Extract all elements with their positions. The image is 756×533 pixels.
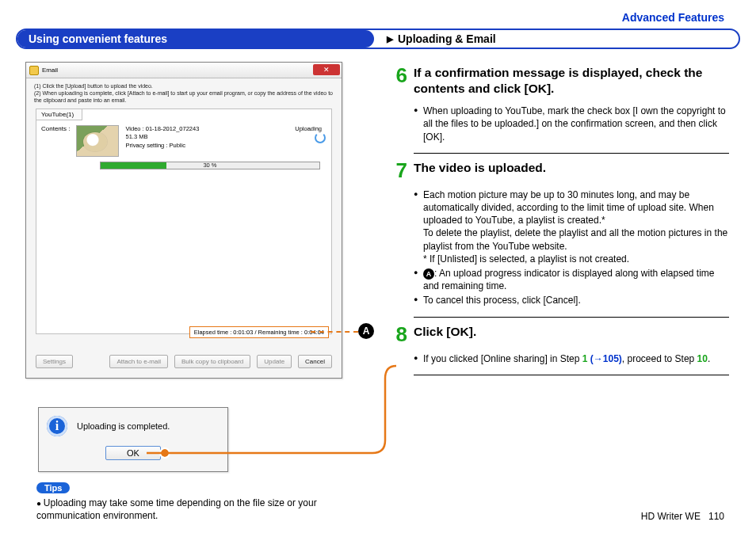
step-8-bullet-1: If you clicked [Online sharing] in Step …	[414, 352, 729, 365]
step-6-bullet-1: When uploading to YouTube, mark the chec…	[414, 105, 729, 143]
upload-window-screenshot: Email ✕ (1) Click the [Upload] button to…	[25, 62, 342, 379]
video-meta: Video : 01-18-2012_072243 51.3 MB Privac…	[125, 125, 199, 157]
step-8-b1a: If you clicked [Online sharing] in Step	[423, 353, 582, 364]
title-bar: Using convenient features ▶ Uploading & …	[16, 29, 740, 49]
elapsed-remaining-box: Elapsed time : 0:01:03 / Remaining time …	[189, 326, 329, 338]
callout-a-inline-icon: A	[423, 268, 434, 280]
email-icon	[29, 66, 39, 75]
title-left: Using convenient features	[17, 30, 374, 48]
step-7-bullet-2: A: An upload progress indicator is displ…	[414, 267, 729, 292]
step-7-body: Each motion picture may be up to 30 minu…	[414, 185, 729, 315]
window-close-button[interactable]: ✕	[313, 64, 340, 75]
settings-button[interactable]: Settings	[36, 355, 73, 368]
window-instructions: (1) Click the [Upload] button to upload …	[26, 78, 342, 105]
contents-label: Contents :	[41, 125, 70, 157]
ok-button[interactable]: OK	[105, 446, 161, 460]
video-name: Video : 01-18-2012_072243	[125, 125, 199, 133]
title-right-text: Uploading & Email	[398, 32, 496, 45]
step-8-b1b: , proceed to Step	[622, 353, 697, 364]
step-8-heading: Click [OK].	[414, 324, 476, 345]
separator	[414, 317, 729, 318]
separator	[414, 153, 729, 154]
step-6: 6 If a confirmation message is displayed…	[388, 65, 729, 101]
step-7-heading: The video is uploaded.	[414, 160, 546, 181]
progress-wrap: 30 %	[36, 162, 331, 169]
upload-list-box: YouTube(1) Contents : Video : 01-18-2012…	[36, 109, 332, 334]
upload-item-row: Contents : Video : 01-18-2012_072243 51.…	[36, 120, 331, 162]
spinner-icon	[315, 132, 326, 143]
step-8: 8 Click [OK].	[388, 324, 729, 349]
step-8-b1c: .	[708, 353, 710, 364]
step-6-heading: If a confirmation message is displayed, …	[414, 65, 729, 97]
step-ref-10: 10	[697, 353, 708, 364]
step-6-number: 6	[388, 65, 407, 97]
progress-bar: 30 %	[100, 162, 320, 169]
step-7-b1a: Each motion picture may be up to 30 minu…	[423, 189, 714, 226]
step-ref-1: 1	[582, 353, 588, 364]
instruction-1: (1) Click the [Upload] button to upload …	[34, 83, 334, 90]
tips-section: Tips Uploading may take some time depend…	[36, 482, 369, 522]
callout-a-badge: A	[358, 323, 374, 339]
youtube-tab[interactable]: YouTube(1)	[36, 109, 82, 120]
attach-email-button[interactable]: Attach to e-mail	[109, 355, 168, 368]
step-7-b2-text: : An upload progress indicator is displa…	[423, 268, 715, 291]
step-7: 7 The video is uploaded.	[388, 160, 729, 185]
step-7-bullet-1: Each motion picture may be up to 30 minu…	[414, 188, 729, 265]
product-name: HD Writer WE	[641, 511, 701, 522]
info-icon: i	[47, 416, 67, 436]
page-footer: HD Writer WE 110	[641, 511, 724, 522]
upload-button[interactable]: Update	[257, 355, 292, 368]
step-7-number: 7	[388, 160, 407, 181]
step-7-bullet-3: To cancel this process, click [Cancel].	[414, 294, 729, 306]
tips-text: Uploading may take some time depending o…	[36, 497, 369, 522]
completion-message: Uploading is completed.	[77, 421, 170, 431]
triangle-icon: ▶	[387, 34, 393, 44]
tips-badge: Tips	[36, 482, 70, 493]
page-link-105[interactable]: (→105)	[590, 353, 622, 364]
page-number: 110	[708, 511, 724, 522]
separator	[414, 375, 729, 375]
header-section: Advanced Features	[622, 11, 724, 24]
instruction-2: (2) When uploading is complete, click [A…	[34, 90, 334, 105]
progress-percent: 30 %	[101, 162, 319, 169]
cancel-button[interactable]: Cancel	[298, 355, 332, 368]
step-8-body: If you clicked [Online sharing] in Step …	[414, 349, 729, 373]
video-privacy: Privacy setting : Public	[125, 142, 199, 150]
title-right: ▶ Uploading & Email	[374, 32, 496, 45]
bulk-copy-button[interactable]: Bulk copy to clipboard	[174, 355, 250, 368]
video-size: 51.3 MB	[125, 133, 199, 141]
right-column: 6 If a confirmation message is displayed…	[388, 65, 729, 382]
window-titlebar: Email ✕	[26, 63, 342, 78]
video-thumbnail	[76, 125, 119, 157]
window-button-row: Settings Attach to e-mail Bulk copy to c…	[36, 355, 332, 368]
step-7-b1c: * If [Unlisted] is selected, a playlist …	[423, 253, 629, 265]
completion-dialog: i Uploading is completed. OK	[38, 407, 228, 472]
step-8-number: 8	[388, 324, 407, 345]
window-title: Email	[42, 67, 58, 74]
step-7-b1b: To delete the playlist, delete the playl…	[423, 227, 727, 251]
callout-a-connector	[311, 331, 358, 333]
step-6-body: When uploading to YouTube, mark the chec…	[414, 101, 729, 151]
left-column: Email ✕ (1) Click the [Upload] button to…	[25, 62, 358, 379]
